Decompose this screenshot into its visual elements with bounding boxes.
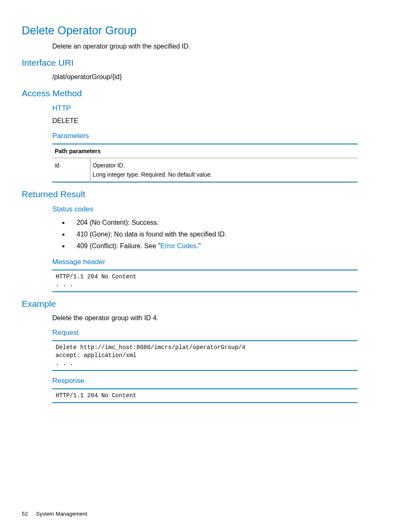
status-code-item: 410 (Gone): No data is found with the sp… (69, 229, 377, 240)
param-desc-line1: Operator ID. (93, 162, 125, 169)
page-title: Delete Operator Group (22, 24, 377, 37)
page-intro: Delete an operator group with the specif… (52, 41, 377, 51)
example-heading: Example (22, 299, 377, 309)
returned-result-heading: Returned Result (22, 189, 377, 199)
table-row: id Operator ID. Long integer type. Requi… (52, 158, 358, 182)
table-header: Path parameters (52, 144, 358, 158)
response-heading: Response (52, 377, 377, 385)
page-footer: 52 System Management (22, 511, 87, 517)
status-codes-list: 204 (No Content): Success. 410 (Gone): N… (69, 217, 377, 252)
param-desc-line2: Long integer type. Required. No default … (93, 171, 212, 178)
example-intro: Delete the operator group with ID 4. (52, 313, 377, 323)
message-header-heading: Message header (52, 258, 377, 266)
status-code-409-suffix: ." (197, 242, 201, 249)
http-heading: HTTP (52, 104, 377, 113)
param-desc: Operator ID. Long integer type. Required… (90, 158, 358, 182)
response-code: HTTP/1.1 204 No Content (52, 388, 358, 403)
footer-section: System Management (36, 511, 87, 517)
page-number: 52 (22, 511, 28, 517)
access-method-heading: Access Method (22, 88, 377, 98)
interface-uri-value: /plat/operatorGroup/{id} (52, 72, 377, 82)
request-code: Delete http://imc_host:8080/imcrs/plat/o… (52, 340, 358, 371)
status-codes-heading: Status codes (52, 205, 377, 213)
http-value: DELETE (52, 116, 377, 126)
error-codes-link[interactable]: Error Codes (160, 242, 196, 249)
message-header-code: HTTP/1.1 204 No Content . . . (52, 270, 358, 292)
status-code-item: 409 (Conflict): Failure. See "Error Code… (69, 240, 377, 252)
parameters-table: Path parameters id Operator ID. Long int… (52, 144, 358, 183)
param-name: id (52, 158, 90, 182)
interface-uri-heading: Interface URI (22, 58, 377, 68)
parameters-heading: Parameters (52, 132, 377, 140)
status-code-item: 204 (No Content): Success. (69, 217, 377, 229)
request-heading: Request (52, 329, 377, 337)
status-code-409-prefix: 409 (Conflict): Failure. See " (77, 242, 160, 249)
